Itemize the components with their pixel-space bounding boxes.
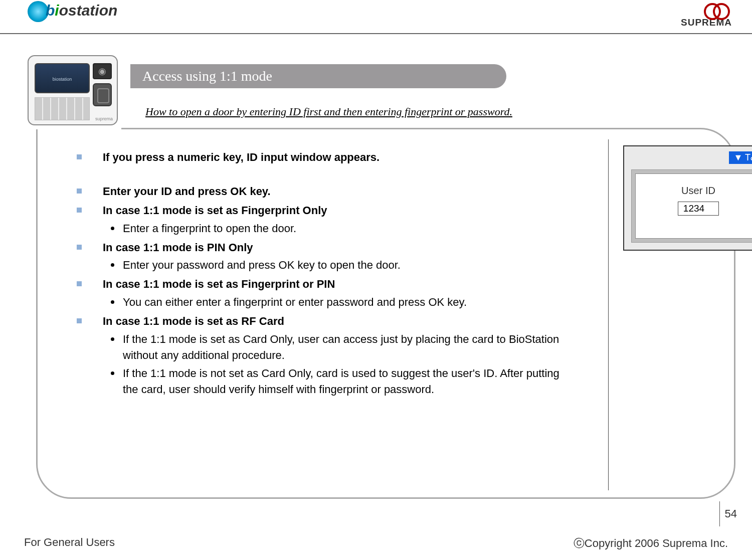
sub-list-item: Enter a fingerprint to open the door.: [103, 221, 569, 237]
list-item: In case 1:1 mode is set as Fingerprint O…: [73, 203, 569, 237]
list-item: Enter your ID and press OK key.: [73, 183, 569, 200]
instruction-list: If you press a numeric key, ID input win…: [73, 149, 569, 398]
page-header: biostation SUPREMA: [0, 0, 752, 34]
suprema-logo: SUPREMA: [681, 3, 732, 28]
biostation-logo: biostation: [28, 1, 117, 22]
page-footer: For General Users ⓒCopyright 2006 Suprem…: [0, 536, 752, 551]
footer-right: ⓒCopyright 2006 Suprema Inc.: [574, 536, 728, 551]
list-item: In case 1:1 mode is set as Fingerprint o…: [73, 276, 569, 310]
list-item: In case 1:1 mode is PIN Only Enter your …: [73, 240, 569, 274]
sub-list: You can either enter a fingerprint or en…: [103, 294, 569, 310]
device-thumbnail-screen: biostation: [35, 63, 90, 93]
sub-list: Enter your password and press OK key to …: [103, 257, 569, 273]
content-box: If you press a numeric key, ID input win…: [36, 128, 735, 499]
footer-left: For General Users: [24, 536, 115, 551]
keypad-icon: [35, 97, 90, 120]
sub-list: If the 1:1 mode is set as Card Only, use…: [103, 331, 569, 398]
device-thumbnail: biostation suprema: [28, 55, 118, 125]
device-screen-panel: User ID 1234: [635, 173, 752, 239]
sub-list-item: If the 1:1 mode is set as Card Only, use…: [103, 331, 569, 363]
list-item-text: In case 1:1 mode is set as Fingerprint o…: [103, 278, 335, 290]
speaker-icon: [93, 63, 112, 79]
fingerprint-sensor-icon: [93, 83, 112, 106]
infinity-icon: [702, 3, 732, 17]
list-item-text: If you press a numeric key, ID input win…: [103, 151, 380, 163]
ta-dropdown-tab: ▼ T&A: [729, 151, 753, 164]
user-id-label: User ID: [636, 185, 752, 197]
list-item: In case 1:1 mode is set as RF Card If th…: [73, 313, 569, 397]
sub-list: Enter a fingerprint to open the door.: [103, 221, 569, 237]
page-number: 54: [719, 501, 737, 526]
sub-list-item: You can either enter a fingerprint or en…: [103, 294, 569, 310]
list-item-text: In case 1:1 mode is set as Fingerprint O…: [103, 204, 327, 217]
page-title: Access using 1:1 mode: [130, 64, 506, 88]
device-screen-mock: ▼ T&A User ID 1234: [623, 145, 752, 251]
list-item-text: In case 1:1 mode is set as RF Card: [103, 315, 284, 327]
device-thumbnail-brand: suprema: [95, 116, 113, 121]
page-subtitle: How to open a door by entering ID first …: [145, 105, 512, 118]
user-id-value: 1234: [678, 202, 719, 216]
list-item: If you press a numeric key, ID input win…: [73, 149, 569, 165]
vertical-divider: [608, 139, 609, 490]
sub-list-item: If the 1:1 mode is not set as Card Only,…: [103, 365, 569, 398]
sub-list-item: Enter your password and press OK key to …: [103, 257, 569, 273]
list-item-text: In case 1:1 mode is PIN Only: [103, 241, 253, 254]
list-item-text: Enter your ID and press OK key.: [103, 185, 271, 198]
